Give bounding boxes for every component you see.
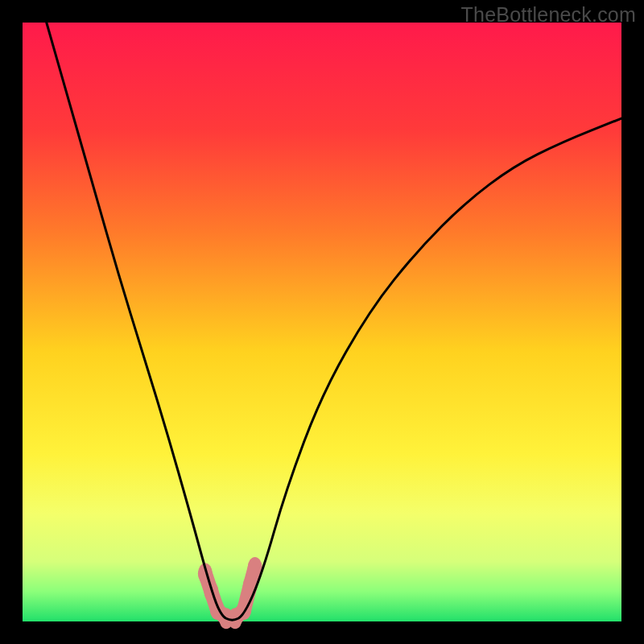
plot-area xyxy=(23,23,621,621)
chart-frame: TheBottleneck.com xyxy=(0,0,644,644)
bottleneck-curve-path xyxy=(47,23,621,620)
watermark-text: TheBottleneck.com xyxy=(461,3,636,27)
marker-dot xyxy=(243,575,258,596)
curve-svg xyxy=(23,23,621,621)
